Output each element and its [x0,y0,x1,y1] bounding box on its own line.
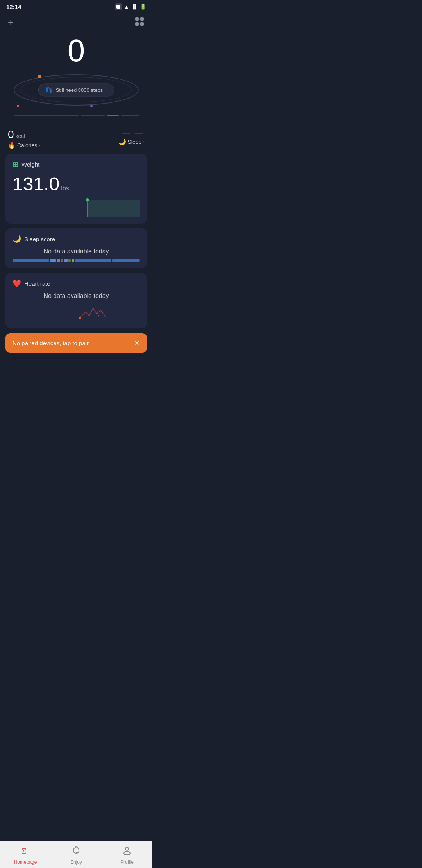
pair-banner-text: No paired devices, tap to pair. [13,340,90,346]
heart-rate-title: Heart rate [24,280,50,287]
progress-dot-red [17,105,19,107]
weight-icon: ⊞ [13,160,18,169]
status-bar: 12:14 ▲ ▐▌ 🔋 [0,0,152,13]
steps-count: 0 [68,35,85,66]
svg-rect-2 [135,22,139,26]
add-button[interactable]: + [8,17,14,27]
svg-rect-3 [140,22,144,26]
steps-badge[interactable]: 👣 Still need 8000 steps › [38,84,114,97]
battery-icon: 🔋 [140,4,146,10]
weight-card-header: ⊞ Weight [13,160,140,169]
weight-unit: lbs [61,185,69,192]
sleep-score-title: Sleep score [24,236,55,242]
progress-seg-2 [81,115,104,116]
weight-card[interactable]: ⊞ Weight 131.0 lbs [5,154,147,224]
status-icons: ▲ ▐▌ 🔋 [115,3,146,10]
sleep-score-card[interactable]: 🌙 Sleep score No data available today [5,228,147,268]
calories-arrow-icon: › [39,143,40,148]
sleep-seg-2 [50,259,56,262]
progress-seg-4 [121,115,139,116]
weight-value-row: 131.0 lbs [13,173,140,195]
sleep-seg-7 [72,259,74,262]
calories-metric[interactable]: 0 kcal 🔥 Calories › [8,128,40,149]
metrics-row: 0 kcal 🔥 Calories › — — 🌙 Sleep › [0,124,152,154]
sleep-chart-bar [13,259,140,262]
svg-point-6 [79,317,81,319]
weight-value: 131.0 [13,173,59,195]
wifi-icon: ▲ [124,4,129,10]
progress-dot-orange [38,75,41,78]
weight-card-title: Weight [21,161,39,168]
sleep-dashes: — — [122,128,145,137]
footprint-icon: 👣 [45,86,53,94]
heart-rate-header: ❤️ Heart rate [13,279,140,288]
weight-chart [13,198,140,217]
heart-rate-card[interactable]: ❤️ Heart rate No data available today [5,273,147,328]
calories-value: 0 [8,128,14,141]
signal-icon: ▐▌ [131,4,138,9]
heart-rate-no-data-text: No data available today [13,292,140,299]
svg-rect-1 [140,17,144,21]
grid-button[interactable] [134,16,145,28]
calories-label: Calories [17,142,37,149]
calories-icon: 🔥 [8,142,16,149]
pair-banner[interactable]: No paired devices, tap to pair. ✕ [5,333,147,353]
steps-need-text: Still need 8000 steps [56,87,103,93]
sleep-arrow-icon: › [143,140,145,144]
sleep-seg-8 [75,259,111,262]
progress-seg-3 [107,115,119,116]
steps-ring: 👣 Still need 8000 steps › [14,70,139,109]
sleep-seg-4 [61,259,63,262]
sleep-score-header: 🌙 Sleep score [13,235,140,243]
status-time: 12:14 [6,4,21,10]
sleep-metric[interactable]: — — 🌙 Sleep › [118,128,145,145]
sleep-score-icon: 🌙 [13,235,21,243]
pair-banner-close-button[interactable]: ✕ [134,339,140,347]
progress-bars [14,115,139,116]
sleep-seg-1 [13,259,49,262]
heart-rate-chart [13,303,140,322]
sleep-seg-6 [68,259,71,262]
svg-rect-0 [135,17,139,21]
top-action-bar: + [0,13,152,31]
heart-rate-icon: ❤️ [13,279,21,288]
calories-unit: kcal [16,133,25,139]
progress-seg-1 [14,115,79,116]
sleep-seg-5 [64,259,68,262]
sleep-seg-3 [57,259,60,262]
sleep-no-data-text: No data available today [13,248,140,255]
svg-point-7 [98,315,100,317]
sleep-seg-9 [112,259,140,262]
sleep-icon: 🌙 [118,138,126,145]
notification-icon [115,3,122,10]
steps-section: 0 👣 Still need 8000 steps › [0,31,152,124]
steps-arrow-icon: › [106,87,107,93]
sleep-label: Sleep [128,139,142,145]
progress-dot-purple [90,105,93,107]
